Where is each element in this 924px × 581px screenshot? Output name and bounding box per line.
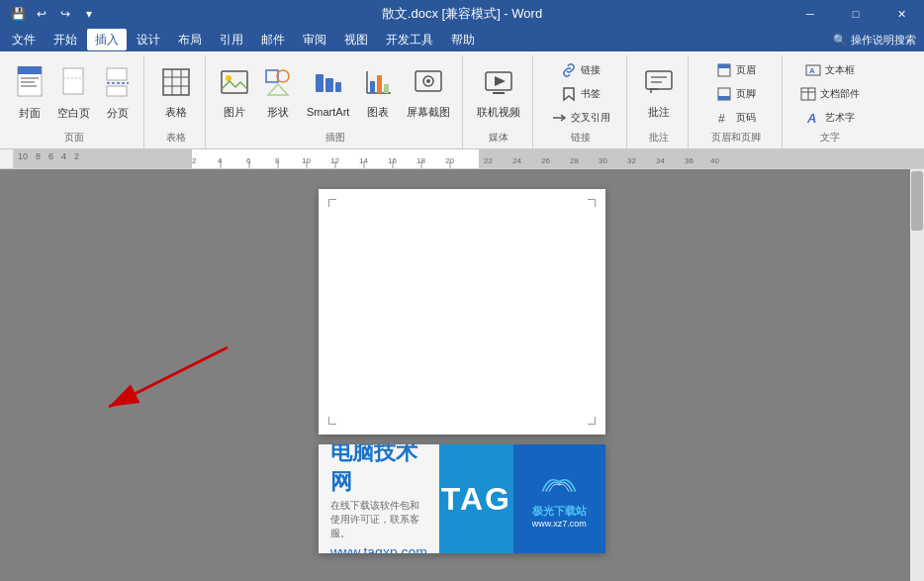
main-content: 电脑技术网 在线下载该软件包和使用许可证，联系客服。 www.tagxp.com… bbox=[0, 169, 924, 581]
footer-button[interactable]: 页脚 bbox=[696, 83, 776, 105]
svg-text:10: 10 bbox=[302, 156, 311, 165]
redo-button[interactable]: ↪ bbox=[55, 4, 75, 24]
menu-insert[interactable]: 插入 bbox=[87, 29, 127, 50]
comments-group-label: 批注 bbox=[629, 131, 688, 145]
ribbon-group-comments: 批注 批注 bbox=[629, 55, 689, 148]
text-group-label: 文字 bbox=[785, 131, 876, 145]
svg-rect-26 bbox=[377, 75, 382, 93]
search-label: 操作说明搜索 bbox=[851, 33, 916, 48]
vertical-scrollbar[interactable] bbox=[910, 169, 924, 581]
comment-button[interactable]: 批注 bbox=[638, 59, 680, 127]
menu-references[interactable]: 引用 bbox=[212, 29, 251, 50]
svg-rect-7 bbox=[107, 68, 127, 80]
svg-marker-32 bbox=[495, 76, 506, 86]
comment-label: 批注 bbox=[648, 105, 670, 120]
footer-icon bbox=[716, 86, 732, 102]
menu-layout[interactable]: 布局 bbox=[170, 29, 210, 50]
ribbon-group-links: 链接 书签 交叉引用 链接 bbox=[535, 55, 627, 148]
search-box-container: 🔍 操作说明搜索 bbox=[833, 33, 924, 48]
cover-page-button[interactable]: 封面 bbox=[10, 59, 49, 127]
table-group-label: 表格 bbox=[146, 131, 205, 145]
close-button[interactable]: ✕ bbox=[878, 0, 924, 28]
menu-file[interactable]: 文件 bbox=[4, 29, 44, 50]
bookmark-button[interactable]: 书签 bbox=[541, 83, 620, 105]
menu-help[interactable]: 帮助 bbox=[443, 29, 483, 50]
shape-button[interactable]: 形状 bbox=[257, 59, 299, 127]
svg-point-16 bbox=[226, 75, 231, 81]
svg-text:36: 36 bbox=[685, 156, 693, 165]
svg-rect-36 bbox=[646, 71, 672, 89]
image-button[interactable]: 图片 bbox=[214, 59, 255, 127]
corner-mark-tr bbox=[588, 199, 596, 207]
blank-page-button[interactable]: 空白页 bbox=[51, 59, 96, 127]
art-text-label: 艺术字 bbox=[825, 111, 855, 125]
textbox-button[interactable]: A 文本框 bbox=[790, 59, 870, 81]
svg-rect-27 bbox=[384, 84, 389, 93]
textbox-label: 文本框 bbox=[825, 63, 855, 77]
doc-parts-button[interactable]: 文档部件 bbox=[790, 83, 870, 105]
shape-label: 形状 bbox=[267, 105, 289, 120]
title-bar: 💾 ↩ ↪ ▾ 散文.docx [兼容模式] - Word ─ □ ✕ bbox=[0, 0, 924, 28]
ruler-dark-left bbox=[14, 149, 192, 169]
watermark-tag-label: TAG bbox=[441, 481, 511, 518]
svg-text:A: A bbox=[806, 111, 816, 126]
crossref-button[interactable]: 交叉引用 bbox=[541, 107, 620, 129]
textbox-icon: A bbox=[805, 62, 821, 78]
pages-group-label: 页面 bbox=[4, 131, 143, 145]
customize-button[interactable]: ▾ bbox=[79, 4, 99, 24]
ribbon-group-header-footer: 页眉 页脚 # 页码 页眉和页脚 bbox=[691, 55, 783, 148]
menu-view[interactable]: 视图 bbox=[336, 29, 376, 50]
minimize-button[interactable]: ─ bbox=[787, 0, 833, 28]
menu-devtools[interactable]: 开发工具 bbox=[378, 29, 441, 50]
corner-mark-br bbox=[588, 417, 596, 425]
header-button[interactable]: 页眉 bbox=[696, 59, 776, 81]
svg-rect-21 bbox=[325, 78, 333, 92]
menu-design[interactable]: 设计 bbox=[129, 29, 168, 50]
svg-text:2: 2 bbox=[192, 156, 197, 165]
watermark-overlay: 电脑技术网 在线下载该软件包和使用许可证，联系客服。 www.tagxp.com… bbox=[319, 444, 605, 553]
online-video-label: 联机视频 bbox=[477, 105, 520, 120]
blank-page-label: 空白页 bbox=[57, 106, 90, 121]
svg-rect-3 bbox=[21, 81, 35, 83]
doc-parts-icon bbox=[800, 86, 816, 102]
chart-button[interactable]: 图表 bbox=[357, 59, 399, 127]
page-break-button[interactable]: 分页 bbox=[98, 59, 138, 127]
search-icon: 🔍 bbox=[833, 34, 847, 47]
horizontal-ruler: 2 4 6 8 10 12 14 16 18 bbox=[14, 149, 924, 169]
smartart-label: SmartArt bbox=[307, 106, 349, 118]
art-text-button[interactable]: A 艺术字 bbox=[790, 107, 870, 129]
menu-mail[interactable]: 邮件 bbox=[253, 29, 293, 50]
page-number-button[interactable]: # 页码 bbox=[696, 107, 776, 129]
ruler-container: 2 4 6 8 10 12 14 16 18 bbox=[0, 149, 924, 169]
link-icon bbox=[561, 62, 577, 78]
comment-icon bbox=[644, 67, 674, 101]
watermark-left-panel: 电脑技术网 在线下载该软件包和使用许可证，联系客服。 www.tagxp.com bbox=[319, 444, 439, 553]
smartart-button[interactable]: SmartArt bbox=[301, 59, 355, 127]
svg-text:26: 26 bbox=[541, 156, 550, 165]
svg-rect-42 bbox=[718, 96, 730, 100]
screenshot-icon bbox=[414, 67, 443, 101]
online-video-button[interactable]: 联机视频 bbox=[471, 59, 526, 127]
menu-review[interactable]: 审阅 bbox=[295, 29, 334, 50]
bookmark-label: 书签 bbox=[581, 87, 601, 101]
table-button[interactable]: 表格 bbox=[155, 59, 197, 127]
menu-home[interactable]: 开始 bbox=[46, 29, 85, 50]
document-area[interactable]: 电脑技术网 在线下载该软件包和使用许可证，联系客服。 www.tagxp.com… bbox=[0, 169, 924, 581]
link-button[interactable]: 链接 bbox=[541, 59, 620, 81]
watermark-site-name: 电脑技术网 bbox=[330, 444, 427, 497]
svg-text:A: A bbox=[809, 66, 815, 75]
svg-text:22: 22 bbox=[484, 156, 493, 165]
svg-rect-25 bbox=[370, 81, 375, 93]
scrollbar-thumb[interactable] bbox=[911, 171, 923, 231]
undo-button[interactable]: ↩ bbox=[32, 4, 51, 24]
svg-rect-4 bbox=[21, 85, 37, 87]
aurora-site-name: 极光下载站 bbox=[532, 504, 587, 519]
screenshot-button[interactable]: 屏幕截图 bbox=[401, 59, 456, 127]
table-icon bbox=[161, 67, 191, 101]
aurora-logo-icon bbox=[539, 470, 579, 500]
svg-text:16: 16 bbox=[388, 156, 397, 165]
restore-button[interactable]: □ bbox=[833, 0, 878, 28]
blank-page-icon bbox=[60, 66, 88, 102]
header-footer-group-label: 页眉和页脚 bbox=[691, 131, 782, 145]
save-button[interactable]: 💾 bbox=[8, 4, 28, 24]
